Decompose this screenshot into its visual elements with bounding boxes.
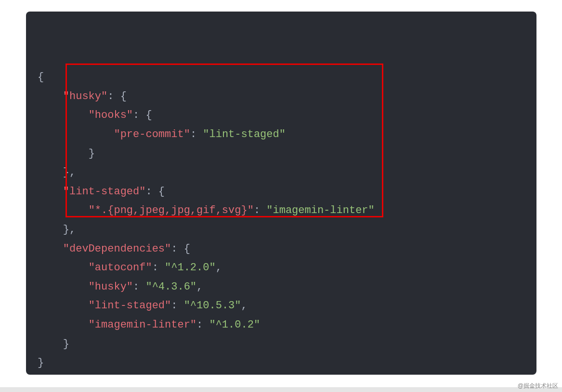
code-token: ,	[216, 262, 222, 274]
code-block: { "husky": { "hooks": { "pre-commit": "l…	[26, 12, 536, 375]
code-token: },	[63, 224, 76, 236]
code-line: "pre-commit": "lint-staged"	[38, 125, 525, 144]
code-token: {	[158, 186, 165, 198]
canvas: { "husky": { "hooks": { "pre-commit": "l…	[0, 0, 562, 392]
code-token: ,	[196, 281, 203, 293]
code-token: }	[89, 148, 95, 160]
code-line: "lint-staged": {	[38, 182, 525, 202]
code-token: "^1.0.2"	[209, 319, 260, 331]
code-token: "imagemin-linter"	[266, 204, 374, 216]
code-token: "husky"	[63, 90, 107, 102]
code-token: :	[107, 90, 120, 102]
code-token: {	[184, 243, 190, 255]
code-token: "autoconf"	[89, 262, 152, 274]
code-lines: { "husky": { "hooks": { "pre-commit": "l…	[38, 68, 525, 373]
code-token: {	[120, 90, 127, 102]
code-line: }	[38, 144, 525, 164]
code-token: :	[152, 262, 165, 274]
code-token: "^4.3.6"	[145, 281, 196, 293]
code-line: "hooks": {	[38, 106, 525, 125]
code-token: :	[133, 281, 145, 293]
code-token: }	[63, 338, 69, 350]
code-token: "*.{png,jpeg,jpg,gif,svg}"	[89, 204, 254, 216]
code-token: :	[171, 300, 183, 312]
code-token: {	[145, 109, 152, 121]
code-token: },	[63, 166, 76, 178]
code-token: :	[190, 128, 203, 140]
code-line: "devDependencies": {	[38, 240, 525, 259]
code-token: "husky"	[89, 281, 133, 293]
code-token: {	[38, 71, 44, 83]
code-line: "*.{png,jpeg,jpg,gif,svg}": "imagemin-li…	[38, 201, 525, 220]
code-token: "^10.5.3"	[184, 300, 241, 312]
bottom-strip	[0, 387, 562, 392]
code-token: ,	[241, 300, 248, 312]
code-line: "husky": "^4.3.6",	[38, 278, 525, 297]
code-token: }	[38, 357, 44, 369]
code-line: },	[38, 163, 525, 182]
code-line: }	[38, 354, 525, 373]
code-token: "devDependencies"	[63, 243, 171, 255]
code-token: "^1.2.0"	[165, 262, 216, 274]
code-token: "lint-staged"	[63, 186, 146, 198]
code-line: "lint-staged": "^10.5.3",	[38, 296, 525, 316]
code-line: {	[38, 68, 525, 87]
code-token: "imagemin-linter"	[89, 319, 196, 331]
code-token: "hooks"	[89, 109, 133, 121]
watermark: @掘金技术社区	[518, 382, 558, 390]
code-token: :	[145, 186, 158, 198]
code-token: "pre-commit"	[114, 128, 190, 140]
code-line: "imagemin-linter": "^1.0.2"	[38, 316, 525, 335]
code-token: :	[254, 204, 266, 216]
code-line: }	[38, 335, 525, 354]
code-token: :	[196, 319, 209, 331]
code-token: "lint-staged"	[203, 128, 286, 140]
code-line: "husky": {	[38, 87, 525, 106]
code-token: "lint-staged"	[89, 300, 171, 312]
code-token: :	[171, 243, 183, 255]
code-token: :	[133, 109, 145, 121]
code-line: },	[38, 220, 525, 240]
code-line: "autoconf": "^1.2.0",	[38, 258, 525, 278]
